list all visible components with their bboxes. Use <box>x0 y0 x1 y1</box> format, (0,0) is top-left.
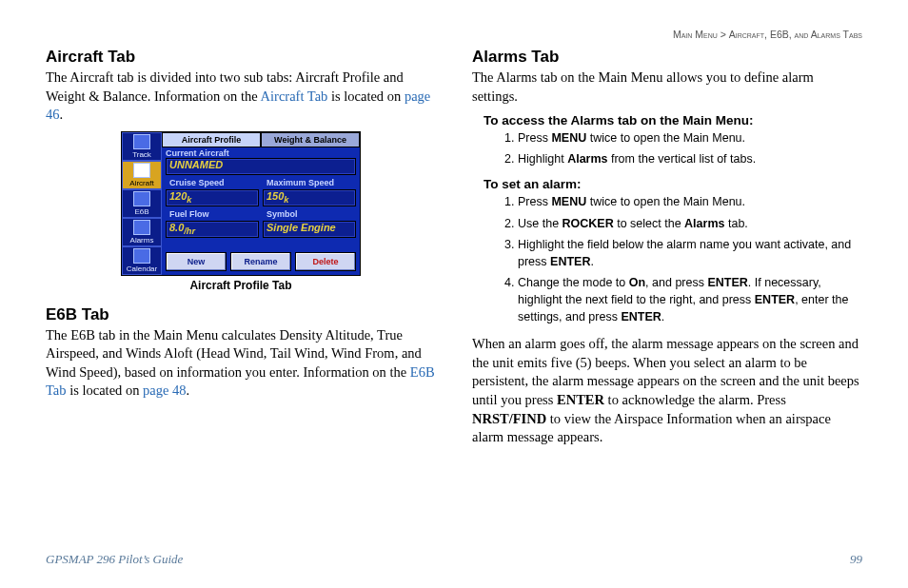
footer-guide: GPSMAP 296 Pilot’s Guide <box>46 552 183 567</box>
tab-weight-balance[interactable]: Weight & Balance <box>261 132 360 147</box>
paragraph-e6b: The E6B tab in the Main Menu calculates … <box>46 326 436 401</box>
breadcrumb-right: Aircraft, E6B, and Alarms Tabs <box>729 29 862 40</box>
rename-button[interactable]: Rename <box>230 252 291 271</box>
list-item: Highlight Alarms from the vertical list … <box>518 150 862 167</box>
right-column: Alarms Tab The Alarms tab on the Main Me… <box>472 46 862 455</box>
tab-aircraft-profile[interactable]: Aircraft Profile <box>162 132 261 147</box>
footer-page: 99 <box>850 552 862 567</box>
list-item: Press MENU twice to open the Main Menu. <box>518 129 862 147</box>
subhead-access-alarms: To access the Alarms tab on the Main Men… <box>484 113 862 127</box>
side-tab-track[interactable]: Track <box>122 132 162 161</box>
new-button[interactable]: New <box>166 252 227 271</box>
list-item: Change the mode to On, and press ENTER. … <box>518 274 862 325</box>
heading-aircraft-tab: Aircraft Tab <box>46 48 436 67</box>
link-aircraft-tab[interactable]: Aircraft Tab <box>261 88 328 104</box>
field-aircraft-name[interactable]: UNNAMED <box>166 158 356 175</box>
link-page-48[interactable]: page 48 <box>143 382 187 398</box>
heading-alarms-tab: Alarms Tab <box>472 48 862 67</box>
field-max-speed[interactable]: 150k <box>263 189 356 206</box>
e6b-icon <box>133 191 150 206</box>
list-access-alarms: Press MENU twice to open the Main Menu. … <box>501 129 862 167</box>
page-footer: GPSMAP 296 Pilot’s Guide 99 <box>46 552 862 567</box>
field-fuel-flow[interactable]: 8.0/hr <box>166 221 259 238</box>
paragraph-alarms: The Alarms tab on the Main Menu allows y… <box>472 69 862 106</box>
side-tab-aircraft[interactable]: Aircraft <box>122 161 162 189</box>
breadcrumb-left: Main Menu <box>673 29 718 40</box>
side-tab-e6b[interactable]: E6B <box>122 189 162 218</box>
list-item: Press MENU twice to open the Main Menu. <box>518 193 862 210</box>
heading-e6b-tab: E6B Tab <box>46 305 436 324</box>
list-set-alarm: Press MENU twice to open the Main Menu. … <box>501 193 862 325</box>
paragraph-alarm-behavior: When an alarm goes off, the alarm messag… <box>472 335 862 446</box>
screenshot-caption: Aircraft Profile Tab <box>46 279 436 292</box>
field-symbol[interactable]: Single Engine <box>263 221 356 238</box>
list-item: Highlight the field below the alarm name… <box>518 236 862 270</box>
aircraft-icon <box>133 163 150 178</box>
subhead-set-alarm: To set an alarm: <box>484 177 862 191</box>
delete-button[interactable]: Delete <box>295 252 356 271</box>
left-column: Aircraft Tab The Aircraft tab is divided… <box>46 46 436 455</box>
alarms-icon <box>133 220 150 235</box>
side-tab-calendar[interactable]: Calendar <box>122 246 162 275</box>
calendar-icon <box>133 248 150 264</box>
field-cruise-speed[interactable]: 120k <box>166 189 259 206</box>
breadcrumb: Main Menu > Aircraft, E6B, and Alarms Ta… <box>46 29 862 40</box>
list-item: Use the ROCKER to select the Alarms tab. <box>518 215 862 232</box>
screenshot-aircraft-profile: Track Aircraft E6B Alarms Calendar Aircr… <box>122 132 360 275</box>
paragraph-aircraft: The Aircraft tab is divided into two sub… <box>46 69 436 125</box>
label-current-aircraft: Current Aircraft <box>162 147 360 158</box>
track-icon <box>133 134 150 149</box>
side-tab-alarms[interactable]: Alarms <box>122 218 162 246</box>
